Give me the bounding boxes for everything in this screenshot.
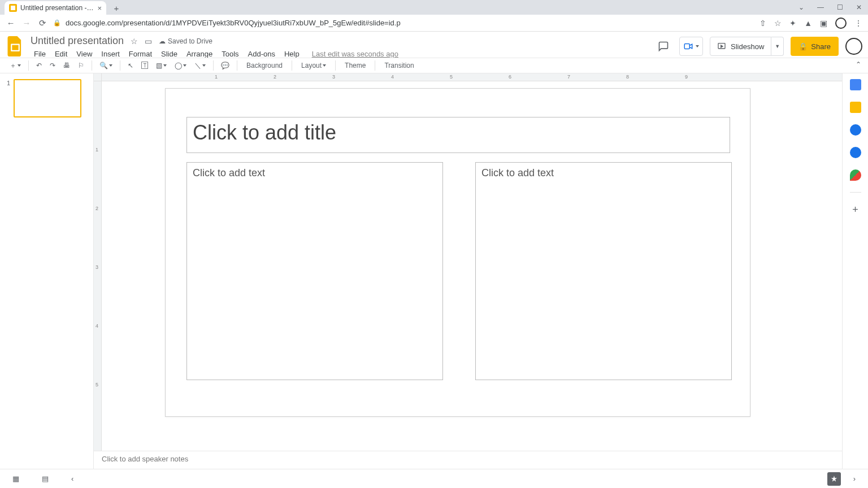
- ruler-corner: [94, 73, 102, 81]
- ruler-mark: 2: [274, 74, 276, 80]
- textbox-tool[interactable]: 🅃: [138, 59, 151, 72]
- forward-button[interactable]: →: [21, 18, 32, 28]
- move-icon[interactable]: ▭: [145, 37, 152, 46]
- new-tab-button[interactable]: +: [110, 1, 123, 15]
- theme-button[interactable]: Theme: [340, 59, 370, 72]
- extension-item-icon[interactable]: ▲: [804, 19, 812, 28]
- doc-title[interactable]: Untitled presentation: [31, 35, 124, 47]
- paint-format-button[interactable]: ⚐: [75, 59, 87, 72]
- bookmark-icon[interactable]: ☆: [774, 19, 782, 28]
- close-tab-icon[interactable]: ×: [97, 4, 102, 12]
- redo-button[interactable]: ↷: [47, 59, 58, 72]
- address-bar: ← → ⟳ 🔒 docs.google.com/presentation/d/1…: [0, 15, 868, 32]
- back-button[interactable]: ←: [6, 18, 16, 28]
- app-header: Untitled presentation ☆ ▭ ☁ Saved to Dri…: [0, 32, 868, 58]
- svg-rect-1: [12, 45, 18, 50]
- image-tool[interactable]: ▧: [153, 59, 170, 72]
- filmstrip: 1: [0, 73, 94, 469]
- url-box[interactable]: 🔒 docs.google.com/presentation/d/1MYPDVE…: [53, 19, 754, 27]
- line-tool[interactable]: ＼: [192, 59, 209, 72]
- tabs-menu-icon[interactable]: ⌄: [796, 3, 807, 11]
- ruler-horizontal[interactable]: 1 2 3 4 5 6 7 8 9: [102, 73, 842, 81]
- minimize-icon[interactable]: —: [815, 3, 826, 11]
- ruler-vertical[interactable]: 1 2 3 4 5: [94, 81, 102, 451]
- workspace: 1 1 2 3 4 5 6 7 8 9: [0, 73, 868, 469]
- calendar-icon[interactable]: [850, 79, 861, 90]
- title-placeholder[interactable]: Click to add title: [186, 117, 730, 153]
- slideshow-dropdown[interactable]: ▼: [771, 37, 784, 56]
- slides-logo-icon[interactable]: [6, 35, 25, 58]
- lock-icon: 🔒: [53, 19, 61, 27]
- new-slide-button[interactable]: ＋: [7, 59, 24, 72]
- chevron-down-icon: [323, 64, 326, 67]
- zoom-button[interactable]: 🔍: [97, 59, 115, 72]
- layout-button[interactable]: Layout: [297, 59, 331, 72]
- extensions-icon[interactable]: ✦: [789, 19, 796, 28]
- separator: [850, 192, 861, 193]
- keep-icon[interactable]: [850, 102, 861, 113]
- profile-avatar-icon[interactable]: [835, 18, 847, 29]
- select-tool[interactable]: ↖: [125, 59, 136, 72]
- comments-button[interactable]: [654, 37, 672, 55]
- comment-tool[interactable]: 💬: [218, 59, 232, 72]
- saved-indicator[interactable]: ☁ Saved to Drive: [159, 37, 212, 45]
- maximize-icon[interactable]: ☐: [834, 3, 845, 11]
- address-bar-icons: ⇧ ☆ ✦ ▲ ▣ ⋮: [760, 18, 862, 29]
- maps-icon[interactable]: [850, 169, 861, 181]
- ruler-mark: 8: [626, 74, 629, 80]
- body-placeholder-text: Click to add text: [193, 167, 437, 179]
- ruler-mark: 7: [567, 74, 570, 80]
- print-button[interactable]: 🖶: [60, 59, 73, 72]
- app-footer: ▦ ▤ ‹ ›: [0, 469, 868, 488]
- separator: [28, 60, 29, 71]
- ruler-mark: 5: [450, 74, 453, 80]
- background-button[interactable]: Background: [242, 59, 287, 72]
- collapse-toolbar-icon[interactable]: ⌃: [856, 60, 861, 68]
- join-call-button[interactable]: [679, 37, 703, 56]
- share-button[interactable]: 🔒 Share: [791, 37, 839, 56]
- reload-button[interactable]: ⟳: [37, 18, 47, 28]
- tasks-icon[interactable]: [850, 124, 861, 136]
- addons-plus-icon[interactable]: +: [850, 204, 861, 215]
- speaker-notes[interactable]: Click to add speaker notes: [94, 451, 842, 469]
- undo-button[interactable]: ↶: [33, 59, 45, 72]
- slideshow-button[interactable]: Slideshow: [710, 37, 771, 56]
- slide-thumbnail[interactable]: [14, 79, 81, 117]
- toolbar: ＋ ↶ ↷ 🖶 ⚐ 🔍 ↖ 🅃 ▧ ◯ ＼ 💬 Background Layou…: [0, 58, 868, 73]
- body-placeholder-right[interactable]: Click to add text: [475, 162, 732, 380]
- chevron-down-icon: [109, 64, 112, 67]
- account-avatar[interactable]: [845, 38, 862, 55]
- shape-tool[interactable]: ◯: [172, 59, 189, 72]
- star-icon[interactable]: ☆: [131, 37, 138, 46]
- contacts-icon[interactable]: [850, 147, 861, 158]
- transition-button[interactable]: Transition: [380, 59, 418, 72]
- canvas-scroll[interactable]: Click to add title Click to add text Cli…: [102, 81, 842, 451]
- right-side-panel: +: [842, 73, 868, 469]
- separator: [237, 60, 237, 71]
- separator: [92, 60, 92, 71]
- slide-thumb-wrap: 1: [5, 79, 89, 117]
- share-page-icon[interactable]: ⇧: [760, 19, 766, 28]
- ruler-mark: 1: [215, 74, 218, 80]
- side-panel-icon[interactable]: ▣: [820, 19, 827, 28]
- explore-button[interactable]: [827, 472, 841, 486]
- slide-canvas[interactable]: Click to add title Click to add text Cli…: [165, 88, 750, 417]
- close-window-icon[interactable]: ✕: [853, 3, 865, 11]
- collapse-filmstrip-icon[interactable]: ‹: [71, 474, 73, 483]
- side-panel-toggle-icon[interactable]: ›: [853, 474, 856, 483]
- body-placeholder-text: Click to add text: [481, 167, 726, 179]
- filmstrip-view-icon[interactable]: ▦: [12, 474, 19, 483]
- ruler-mark: 4: [391, 74, 394, 80]
- svg-rect-2: [684, 44, 689, 49]
- grid-view-icon[interactable]: ▤: [42, 474, 49, 483]
- share-label: Share: [811, 42, 831, 51]
- canvas-row: 1 2 3 4 5 Click to add title Click to ad: [94, 81, 842, 451]
- ruler-mark: 4: [96, 323, 98, 329]
- header-right: Slideshow ▼ 🔒 Share: [654, 35, 862, 58]
- chevron-down-icon: [696, 45, 699, 47]
- body-placeholder-left[interactable]: Click to add text: [186, 162, 443, 380]
- cloud-icon: ☁: [159, 37, 166, 45]
- title-placeholder-text: Click to add title: [193, 121, 724, 145]
- browser-tab[interactable]: Untitled presentation - Google S ×: [5, 1, 106, 15]
- chrome-menu-icon[interactable]: ⋮: [854, 19, 862, 28]
